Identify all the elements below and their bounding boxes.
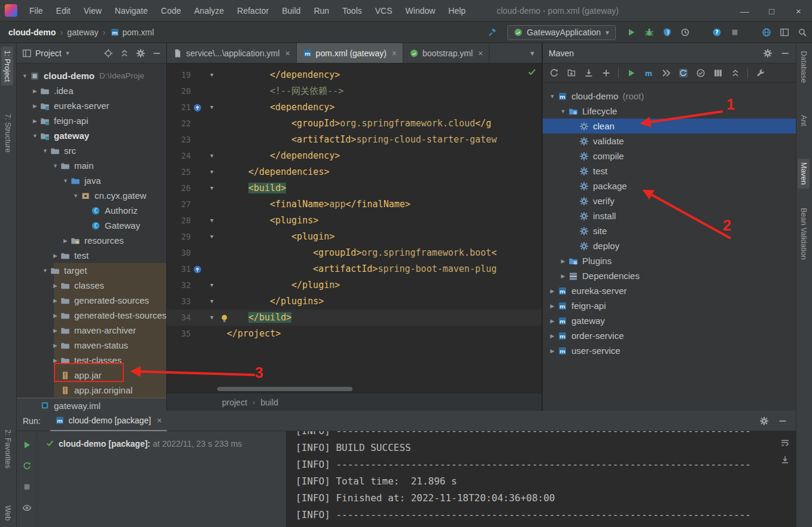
menu-help[interactable]: Help	[442, 0, 472, 22]
maven-tree-item-deploy[interactable]: deploy	[543, 238, 796, 253]
menu-navigate[interactable]: Navigate	[108, 0, 154, 22]
code-line-19[interactable]: 19▼</dependency>	[167, 67, 542, 83]
code-line-29[interactable]: 29▼<plugin>	[167, 229, 542, 245]
fold-arrow-icon[interactable]: ▼	[204, 67, 220, 83]
editor-tab-pom-xml--gateway-[interactable]: mpom.xml (gateway)×	[297, 43, 403, 63]
generate-icon[interactable]	[566, 68, 576, 78]
maven-tree-item-clean[interactable]: clean	[543, 119, 796, 134]
collapse-icon[interactable]	[730, 68, 740, 78]
project-tree-item-maven-archiver[interactable]: ▶maven-archiver	[17, 323, 166, 338]
maven-tree-item-site[interactable]: site	[543, 223, 796, 238]
nav-crumb-0[interactable]: cloud-demo	[8, 28, 56, 37]
code-line-31[interactable]: 31<artifactId>spring-boot-maven-plug	[167, 261, 542, 277]
fold-arrow-icon[interactable]: ▼	[204, 99, 220, 116]
build-hammer-icon[interactable]	[487, 28, 497, 38]
code-line-30[interactable]: 30<groupId>org.springframework.boot<	[167, 245, 542, 261]
project-view-selector[interactable]: Project	[35, 49, 62, 58]
maven-tree-item-cloud-demo[interactable]: ▼mcloud-demo(root)	[543, 89, 796, 104]
menu-run[interactable]: Run	[307, 0, 336, 22]
menu-refactor[interactable]: Refactor	[230, 0, 275, 22]
menu-file[interactable]: File	[23, 0, 50, 22]
project-tree-item-eureka-server[interactable]: ▶eureka-server	[17, 98, 166, 113]
expand-arrow-icon[interactable]: ▼	[31, 133, 39, 139]
collapse-arrow-icon[interactable]: ▶	[558, 273, 568, 279]
scroll-to-end-icon[interactable]	[780, 455, 790, 465]
expand-arrow-icon[interactable]: ▼	[71, 193, 80, 199]
project-tree-item-cn.cyx.gatew[interactable]: ▼cn.cyx.gatew	[17, 188, 166, 203]
project-tree-item-gateway.iml[interactable]: gateway.iml	[17, 398, 166, 411]
collapse-arrow-icon[interactable]: ▶	[31, 88, 39, 94]
project-tree-item-java[interactable]: ▼java	[17, 173, 166, 188]
project-tree-item-resources[interactable]: ▶resources	[17, 233, 166, 248]
menu-analyze[interactable]: Analyze	[188, 0, 231, 22]
maven-tree-item-test[interactable]: test	[543, 163, 796, 178]
collapse-arrow-icon[interactable]: ▶	[548, 348, 557, 354]
project-tree-item-maven-status[interactable]: ▶maven-status	[17, 338, 166, 353]
maven-tree-item-user-service[interactable]: ▶muser-service	[543, 343, 796, 358]
close-button[interactable]: ×	[785, 0, 812, 22]
project-tree-item-gateway[interactable]: ▼gateway	[17, 128, 166, 143]
maven-tree-item-package[interactable]: package	[543, 178, 796, 193]
code-line-34[interactable]: 34▼</build>	[167, 310, 542, 326]
editor-crumb-project[interactable]: project	[222, 398, 247, 407]
debug-bug-icon[interactable]	[644, 28, 654, 38]
maximize-button[interactable]: □	[758, 0, 785, 22]
search-icon[interactable]	[797, 28, 807, 38]
fold-arrow-icon[interactable]: ▼	[204, 277, 220, 293]
project-tree-item-generated-test-sources[interactable]: ▶generated-test-sources	[17, 308, 166, 323]
code-line-26[interactable]: 26▼<build>	[167, 180, 542, 196]
profiler-icon[interactable]	[680, 28, 690, 38]
run-configuration-select[interactable]: GatewayApplication ▼	[507, 25, 616, 40]
coverage-icon[interactable]	[662, 28, 672, 38]
code-editor[interactable]: 19▼</dependency>20<!--网关依赖-->21▼<depende…	[167, 63, 542, 375]
project-tree-item-generated-sources[interactable]: ▶generated-sources	[17, 293, 166, 308]
code-line-20[interactable]: 20<!--网关依赖-->	[167, 83, 542, 99]
plus-icon[interactable]	[601, 68, 611, 78]
wrench-icon[interactable]	[755, 68, 765, 78]
skip-tests-icon[interactable]	[661, 68, 671, 78]
code-line-22[interactable]: 22<groupId>org.springframework.cloud</g	[167, 116, 542, 132]
run-console[interactable]: [INFO] ---------------------------------…	[286, 431, 796, 527]
chevron-down-icon[interactable]: ▼	[523, 50, 542, 57]
hide-panel-icon[interactable]	[151, 48, 162, 58]
collapse-arrow-icon[interactable]: ▶	[51, 358, 60, 364]
tool-stripe-web[interactable]: Web	[4, 505, 12, 520]
collapse-arrow-icon[interactable]: ▶	[51, 343, 60, 349]
project-tree-item-feign-api[interactable]: ▶feign-api	[17, 113, 166, 128]
nav-crumb-1[interactable]: gateway	[67, 28, 98, 37]
expand-arrow-icon[interactable]: ▼	[20, 73, 29, 79]
fold-arrow-icon[interactable]: ▼	[204, 293, 220, 310]
maven-tree-item-gateway[interactable]: ▶mgateway	[543, 313, 796, 328]
fold-arrow-icon[interactable]: ▼	[204, 164, 220, 180]
menu-view[interactable]: View	[77, 0, 108, 22]
project-tree-item-.idea[interactable]: ▶.idea	[17, 83, 166, 98]
expand-arrow-icon[interactable]: ▼	[51, 163, 60, 169]
project-tree-item-test[interactable]: ▶test	[17, 248, 166, 263]
tool-stripe-project[interactable]: 1: Project	[1, 47, 13, 86]
eye-icon[interactable]	[22, 502, 32, 513]
run-play-icon[interactable]	[626, 68, 636, 78]
settings-gear-icon[interactable]	[135, 48, 145, 58]
maven-tree-item-lifecycle[interactable]: ▼Lifecycle	[543, 104, 796, 119]
settings-gear-icon[interactable]	[759, 416, 769, 426]
profiles-icon[interactable]	[695, 68, 705, 78]
expand-arrow-icon[interactable]: ▼	[41, 268, 50, 274]
fold-arrow-icon[interactable]: ▼	[204, 310, 220, 326]
project-tree-item-app.jar.original[interactable]: app.jar.original	[17, 383, 166, 398]
collapse-arrow-icon[interactable]: ▶	[51, 253, 60, 259]
project-tree-item-classes[interactable]: ▶classes	[17, 278, 166, 293]
code-line-28[interactable]: 28▼<plugins>	[167, 213, 542, 229]
soft-wrap-icon[interactable]	[780, 437, 790, 447]
offline-icon[interactable]	[678, 68, 688, 78]
menu-tools[interactable]: Tools	[336, 0, 369, 22]
locate-file-icon[interactable]	[103, 48, 113, 58]
maven-tree-item-eureka-server[interactable]: ▶meureka-server	[543, 283, 796, 298]
code-line-24[interactable]: 24▼</dependency>	[167, 148, 542, 164]
expand-arrow-icon[interactable]: ▼	[558, 108, 568, 114]
fold-arrow-icon[interactable]: ▼	[204, 180, 220, 196]
fold-arrow-icon[interactable]: ▼	[204, 229, 220, 245]
expand-arrow-icon[interactable]: ▼	[61, 178, 70, 184]
collapse-arrow-icon[interactable]: ▶	[548, 303, 557, 309]
nav-crumb-2[interactable]: pom.xml	[123, 28, 154, 37]
close-icon[interactable]: ×	[285, 49, 290, 58]
